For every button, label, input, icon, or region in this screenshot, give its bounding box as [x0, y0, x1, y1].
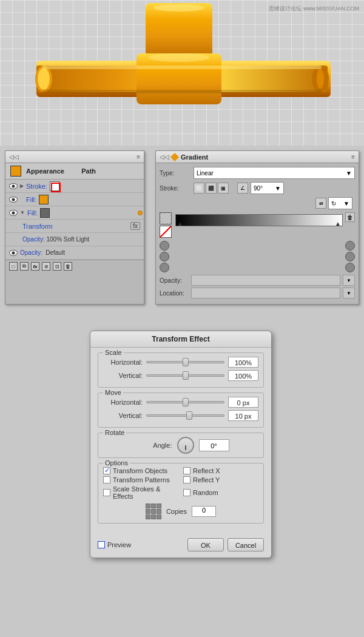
copy-icon[interactable]: ⊡ [53, 262, 61, 271]
opacity-2-label: Opacity: Default [20, 249, 65, 256]
reverse-icon[interactable]: ⇄ [315, 198, 326, 209]
move-vertical-thumb[interactable] [186, 411, 192, 420]
stroke-preview[interactable] [50, 181, 59, 191]
grad-menu[interactable]: ≡ [351, 153, 355, 160]
random-label: Random [193, 489, 218, 496]
delete-stop-btn[interactable]: 🗑 [345, 212, 355, 222]
scale-horizontal-value[interactable]: 100% [228, 357, 258, 368]
expand-arrow-2[interactable]: ▶ [20, 197, 24, 202]
scale-vertical-label: Vertical: [103, 372, 143, 379]
fill-row-2: ▼ Fill: [5, 206, 144, 220]
type-select[interactable]: Linear ▼ [194, 167, 355, 179]
visibility-icon[interactable]: ⊘ [42, 262, 50, 271]
side-icon-2[interactable] [160, 252, 169, 261]
side-icon-1[interactable] [160, 241, 169, 251]
gradient-bar[interactable]: ▲ ▲ [175, 214, 343, 226]
canvas-area: 思绪设计论坛 www.MISSVUAN.COM [0, 0, 364, 146]
move-horizontal-value[interactable]: 0 px [228, 397, 258, 408]
stroke-btn-1[interactable]: ⬜ [194, 183, 204, 194]
transform-dialog: Transform Effect Scale Horizontal: 100% … [90, 331, 272, 558]
eye-icon-4[interactable] [9, 250, 18, 256]
rotate-section-label: Rotate [103, 429, 126, 436]
location-dropdown[interactable]: ▼ [343, 288, 355, 298]
angle-select[interactable]: 90° ▼ [251, 182, 284, 194]
duplicate-icon[interactable]: ⧉ [20, 262, 29, 271]
panel-menu-icon[interactable]: ≡ [136, 153, 140, 160]
grad-collapse[interactable]: ◁◁ [160, 153, 169, 160]
eye-icon-2[interactable] [9, 197, 18, 203]
angle-dial[interactable] [177, 437, 194, 454]
scale-horizontal-thumb[interactable] [183, 358, 189, 366]
reflect-y-checkbox[interactable] [183, 476, 190, 484]
panel-collapse-controls[interactable]: ◁◁ [9, 153, 19, 160]
angle-label: Angle: [133, 442, 172, 449]
angle-row: Angle: 0° [103, 437, 258, 454]
angle-icon[interactable]: ∠ [237, 183, 248, 194]
panels-row: ◁◁ ≡ Appearance Path ▶ Stroke: ▶ Fill: [0, 150, 364, 305]
copies-dot-1 [146, 504, 150, 508]
side-icon-3[interactable] [160, 263, 169, 272]
scale-horizontal-row: Horizontal: 100% [103, 357, 258, 368]
angle-input[interactable]: 0° [199, 439, 229, 451]
stroke-label[interactable]: Stroke: [26, 183, 47, 190]
scale-section-label: Scale [103, 349, 124, 356]
fill-preview-gray[interactable] [40, 208, 50, 218]
opacity-input[interactable] [191, 275, 340, 286]
svg-rect-12 [42, 90, 322, 93]
transform-objects-checkbox[interactable] [103, 467, 110, 474]
angle-select-2[interactable]: ↻ ▼ [328, 197, 352, 209]
delete-icon[interactable]: 🗑 [64, 262, 72, 271]
move-vertical-row: Vertical: 10 px [103, 410, 258, 421]
expand-arrow[interactable]: ▶ [20, 183, 24, 189]
scale-vertical-track[interactable] [146, 374, 224, 377]
dialog-footer: Preview OK Cancel [90, 534, 271, 558]
fill-label-1[interactable]: Fill: [26, 196, 36, 203]
stroke-icon-group: ⬜ ⬛ ▦ [194, 183, 229, 194]
transform-label[interactable]: Transform [22, 223, 53, 230]
gradient-stop-right[interactable]: ▲ [335, 220, 341, 227]
ok-button[interactable]: OK [187, 538, 224, 551]
cancel-button[interactable]: Cancel [228, 538, 264, 551]
fill-preview-orange[interactable] [39, 195, 49, 204]
scale-strokes-checkbox[interactable] [103, 489, 110, 496]
move-horizontal-row: Horizontal: 0 px [103, 397, 258, 408]
scale-vertical-value[interactable]: 100% [228, 370, 258, 381]
red-slash-swatch[interactable] [160, 226, 172, 238]
reflect-x-checkbox[interactable] [183, 467, 190, 474]
scale-section: Scale Horizontal: 100% Vertical: 100% [98, 352, 264, 388]
preview-label: Preview [107, 541, 131, 548]
eye-icon[interactable] [9, 183, 18, 189]
checker-swatch[interactable] [160, 212, 172, 224]
gradient-title: Gradient [181, 153, 208, 161]
hamburger-icon[interactable]: ≡ [136, 153, 140, 160]
fill-label-2[interactable]: Fill: [27, 209, 38, 217]
transform-patterns-checkbox[interactable] [103, 476, 110, 484]
type-row: Type: Linear ▼ [160, 167, 355, 179]
move-horizontal-track[interactable] [146, 401, 224, 403]
fx-badge[interactable]: fx [130, 222, 140, 230]
side-icon-6[interactable] [345, 263, 355, 272]
location-input[interactable] [191, 288, 340, 298]
stroke-btn-2[interactable]: ⬛ [206, 183, 217, 194]
scale-vertical-thumb[interactable] [183, 371, 189, 380]
side-icon-5[interactable] [345, 252, 355, 261]
expand-arrow-3[interactable]: ▼ [20, 210, 25, 215]
move-vertical-value[interactable]: 10 px [228, 410, 258, 421]
stroke-btn-3[interactable]: ▦ [218, 183, 229, 194]
opacity-dropdown[interactable]: ▼ [343, 275, 355, 286]
scale-horizontal-track[interactable] [146, 361, 224, 363]
side-icon-4[interactable] [345, 241, 355, 251]
options-section: Options Transform Objects Reflect X Tran… [98, 463, 264, 524]
collapse-icon[interactable]: ◁◁ [9, 153, 19, 160]
move-horizontal-thumb[interactable] [183, 398, 189, 406]
move-vertical-track[interactable] [146, 414, 224, 417]
gradient-stop-left[interactable]: ▲ [177, 220, 183, 227]
effects-icon[interactable]: fx [31, 262, 39, 271]
dialog-title: Transform Effect [152, 335, 209, 343]
random-checkbox[interactable] [183, 489, 190, 496]
new-layer-icon[interactable]: □ [9, 262, 18, 271]
copies-input[interactable]: 0 [192, 506, 216, 517]
eye-icon-3[interactable] [9, 210, 18, 216]
appearance-title: Appearance [26, 167, 64, 175]
preview-checkbox[interactable] [98, 541, 105, 548]
